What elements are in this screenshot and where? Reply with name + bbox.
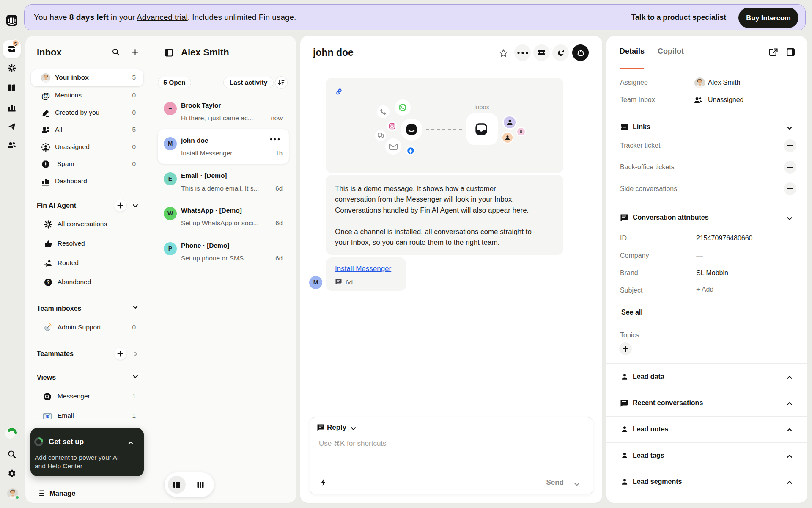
svg-text:?: ? [47, 279, 50, 285]
svg-text:E: E [46, 414, 49, 419]
